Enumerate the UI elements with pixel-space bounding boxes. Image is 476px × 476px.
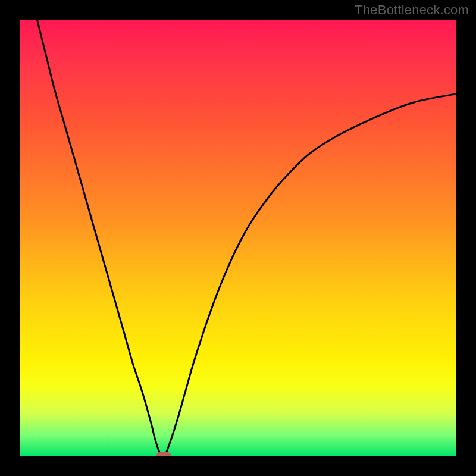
chart-frame: TheBottleneck.com [0, 0, 476, 476]
plot-area [20, 20, 456, 456]
mismatch-curve [20, 20, 456, 456]
optimum-marker [156, 452, 171, 456]
watermark-label: TheBottleneck.com [355, 2, 469, 18]
